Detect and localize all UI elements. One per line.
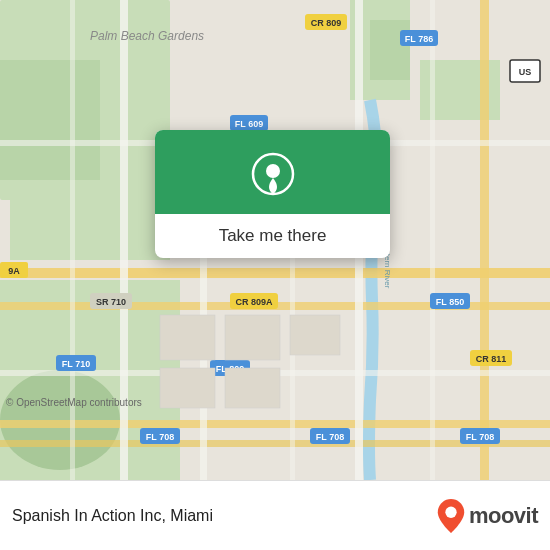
location-pin-icon (251, 152, 295, 196)
svg-rect-51 (160, 315, 215, 360)
svg-text:FL 850: FL 850 (436, 297, 464, 307)
svg-rect-20 (290, 250, 295, 480)
popup-header (155, 130, 390, 214)
svg-rect-7 (370, 20, 410, 80)
svg-text:FL 708: FL 708 (146, 432, 174, 442)
svg-text:CR 811: CR 811 (476, 354, 507, 364)
svg-rect-52 (225, 315, 280, 360)
svg-text:FL 708: FL 708 (466, 432, 494, 442)
svg-text:FL 710: FL 710 (62, 359, 90, 369)
bottom-bar: Spanish In Action Inc, Miami moovit (0, 480, 550, 550)
svg-rect-53 (160, 368, 215, 408)
place-name: Spanish In Action Inc, Miami (12, 507, 213, 525)
take-me-there-button[interactable]: Take me there (203, 214, 343, 258)
svg-text:US: US (519, 67, 532, 77)
moovit-brand-text: moovit (469, 503, 538, 529)
svg-text:SR 710: SR 710 (96, 297, 126, 307)
location-popup: Take me there (155, 130, 390, 258)
svg-rect-54 (225, 368, 280, 408)
svg-rect-9 (0, 268, 550, 278)
svg-rect-3 (10, 180, 170, 260)
svg-text:FL 708: FL 708 (316, 432, 344, 442)
svg-point-61 (266, 164, 280, 178)
moovit-logo[interactable]: moovit (437, 499, 538, 533)
svg-rect-13 (120, 0, 128, 480)
svg-rect-2 (0, 60, 100, 180)
svg-rect-16 (480, 0, 489, 480)
svg-text:CR 809A: CR 809A (235, 297, 273, 307)
svg-point-62 (445, 506, 456, 517)
svg-text:9A: 9A (8, 266, 20, 276)
svg-text:FL 786: FL 786 (405, 34, 433, 44)
map-attribution: © OpenStreetMap contributors (6, 397, 142, 408)
svg-text:FL 609: FL 609 (235, 119, 263, 129)
svg-rect-11 (0, 420, 550, 428)
svg-rect-19 (70, 0, 75, 480)
svg-rect-55 (290, 315, 340, 355)
svg-rect-21 (430, 0, 435, 480)
map-container: CR 809 FL 786 FL 609 SR 710 CR 809A FL 7… (0, 0, 550, 480)
moovit-pin-icon (437, 499, 465, 533)
svg-text:CR 809: CR 809 (311, 18, 342, 28)
svg-text:Palm Beach Gardens: Palm Beach Gardens (90, 29, 204, 43)
